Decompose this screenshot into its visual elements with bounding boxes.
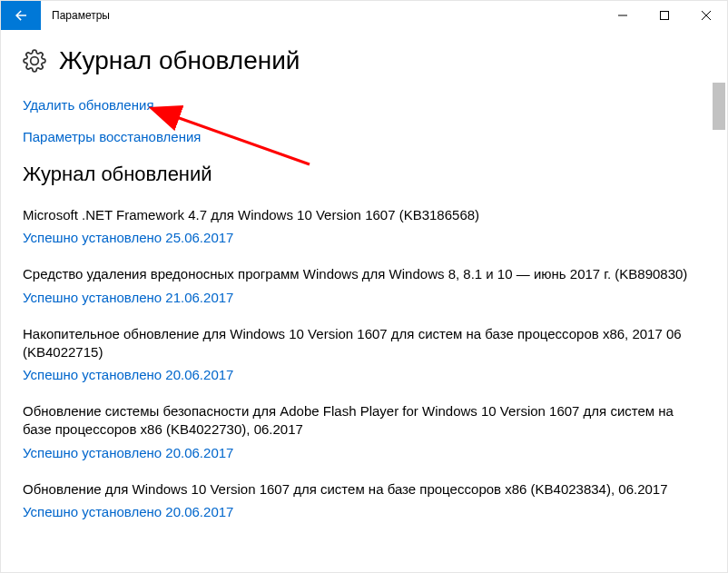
update-status[interactable]: Успешно установлено 25.06.2017 bbox=[23, 230, 705, 245]
maximize-icon bbox=[660, 11, 669, 20]
update-title: Средство удаления вредоносных программ W… bbox=[23, 265, 705, 283]
update-item: Microsoft .NET Framework 4.7 для Windows… bbox=[23, 206, 705, 245]
maximize-button[interactable] bbox=[644, 1, 685, 30]
page-header: Журнал обновлений bbox=[23, 46, 705, 75]
update-status[interactable]: Успешно установлено 20.06.2017 bbox=[23, 367, 705, 382]
close-icon bbox=[702, 11, 711, 20]
update-title: Microsoft .NET Framework 4.7 для Windows… bbox=[23, 206, 705, 224]
update-title: Накопительное обновление для Windows 10 … bbox=[23, 325, 705, 362]
arrow-left-icon bbox=[13, 7, 29, 24]
recovery-options-link[interactable]: Параметры восстановления bbox=[23, 129, 705, 144]
update-title: Обновление системы безопасности для Adob… bbox=[23, 402, 705, 440]
back-button[interactable] bbox=[1, 1, 41, 30]
update-item: Обновление для Windows 10 Version 1607 д… bbox=[23, 480, 705, 519]
update-item: Накопительное обновление для Windows 10 … bbox=[23, 325, 705, 383]
close-button[interactable] bbox=[685, 1, 727, 30]
minimize-button[interactable] bbox=[602, 1, 644, 30]
content-area: Журнал обновлений Удалить обновления Пар… bbox=[1, 30, 727, 572]
svg-rect-0 bbox=[661, 12, 669, 20]
update-item: Обновление системы безопасности для Adob… bbox=[23, 402, 705, 460]
gear-icon bbox=[23, 49, 46, 73]
window-title: Параметры bbox=[41, 1, 110, 30]
update-status[interactable]: Успешно установлено 20.06.2017 bbox=[23, 445, 705, 460]
section-heading: Журнал обновлений bbox=[23, 163, 705, 186]
minimize-icon bbox=[618, 11, 627, 20]
update-title: Обновление для Windows 10 Version 1607 д… bbox=[23, 480, 705, 499]
titlebar: Параметры bbox=[1, 1, 727, 30]
update-status[interactable]: Успешно установлено 21.06.2017 bbox=[23, 290, 705, 305]
scrollbar-thumb[interactable] bbox=[713, 83, 725, 130]
uninstall-updates-link[interactable]: Удалить обновления bbox=[23, 97, 705, 113]
page-title: Журнал обновлений bbox=[59, 46, 300, 75]
update-item: Средство удаления вредоносных программ W… bbox=[23, 265, 705, 304]
update-status[interactable]: Успешно установлено 20.06.2017 bbox=[23, 504, 705, 519]
